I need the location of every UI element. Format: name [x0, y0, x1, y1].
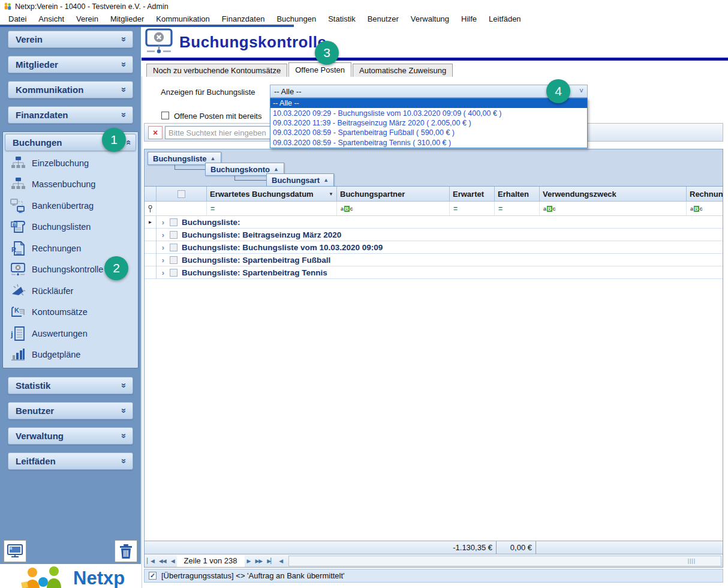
sidebar-item-bankenuebertrag[interactable]: Bankenübertrag	[4, 195, 137, 217]
menu-kommunikation[interactable]: Kommunikation	[150, 14, 216, 23]
sidebar-item-label: Kontoumsätze	[32, 307, 88, 317]
fast-prev-button[interactable]: ◀◀	[157, 558, 169, 564]
table-row[interactable]: › Buchungsliste: Spartenbeitrag Fußball	[145, 254, 723, 266]
buchungslisten-icon: B	[9, 219, 27, 235]
first-row-button[interactable]: ▏◀	[145, 558, 157, 564]
filter-active-checkbox[interactable]: ✓	[149, 572, 157, 580]
sidebar-item-massenbuchung[interactable]: Massenbuchung	[4, 174, 137, 196]
sidebar-item-budgetplaene[interactable]: Budgetpläne	[4, 344, 137, 366]
expand-row-icon[interactable]: ›	[157, 230, 170, 239]
filter-cell-rechnung[interactable]: aBc	[687, 202, 723, 215]
menu-statistik[interactable]: Statistik	[322, 14, 362, 23]
filter-cell-datum[interactable]: =	[207, 202, 337, 215]
sidebar-item-einzelbuchung[interactable]: Einzelbuchung	[4, 152, 137, 174]
app-window: Netxp:Verein - 10400 - Testverein e.V. -…	[0, 0, 728, 588]
table-row[interactable]: › Buchungsliste: Spartenbeitrag Tennis	[145, 266, 723, 279]
group-label: Buchungskonto	[210, 165, 270, 174]
chevron-down-icon: »	[119, 62, 129, 67]
sidebar-section-finanzdaten[interactable]: Finanzdaten »	[8, 106, 133, 124]
filter-cell-verwendungszweck[interactable]: aBc	[540, 202, 687, 215]
sidebar-item-auswertungen[interactable]: j Auswertungen	[4, 323, 137, 344]
column-header-erwartetes-buchungsdatum[interactable]: Erwartetes Buchungsdatum ▼	[207, 187, 337, 201]
sidebar-expanded-panel: Buchungen » Einzelbuchung Massenbuchung …	[2, 131, 139, 368]
filter-cell-erwartet[interactable]: =	[450, 202, 495, 215]
sidebar-section-kommunikation[interactable]: Kommunikation »	[8, 81, 133, 98]
monitor-button[interactable]: B	[4, 540, 26, 562]
sort-asc-icon: ▲	[273, 166, 279, 172]
menu-leitfaeden[interactable]: Leitfäden	[483, 14, 527, 23]
buchungsliste-dropdown-list: -- Alle -- 10.03.2020 09:29 - Buchungsli…	[270, 98, 588, 148]
menu-mitglieder[interactable]: Mitglieder	[104, 14, 150, 23]
buchungsliste-combobox[interactable]: -- Alle -- ˅	[270, 85, 588, 98]
column-header-rechnung[interactable]: Rechnung	[687, 187, 723, 201]
menu-verwaltung[interactable]: Verwaltung	[405, 14, 455, 23]
hscroll-left-button[interactable]: ◀	[276, 558, 285, 564]
window-title: Netxp:Verein - 10400 - Testverein e.V. -…	[15, 2, 169, 11]
menu-ansicht[interactable]: Ansicht	[32, 14, 70, 23]
prev-row-button[interactable]: ◀	[169, 558, 177, 564]
sidebar-item-buchungslisten[interactable]: B Buchungslisten	[4, 217, 137, 238]
dropdown-option[interactable]: 09.03.2020 08:59 - Spartenbeitrag Tennis…	[270, 138, 587, 148]
group-row-label: Buchungsliste: Spartenbeitrag Tennis	[182, 268, 327, 277]
header-select-all-cell[interactable]	[157, 187, 207, 201]
menu-hilfe[interactable]: Hilfe	[455, 14, 483, 23]
row-checkbox[interactable]	[170, 218, 178, 226]
table-row[interactable]: › Buchungsliste: Buchungsliste vom 10.03…	[145, 241, 723, 254]
filter-cell-erhalten[interactable]: =	[495, 202, 540, 215]
tab-automatische-zuweisung[interactable]: Automatische Zuweisung	[353, 64, 453, 77]
menu-datei[interactable]: Datei	[2, 14, 32, 23]
table-row[interactable]: › Buchungsliste: Beitragseinzug März 202…	[145, 229, 723, 241]
sidebar-item-kontoumsaetze[interactable]: K Kontoumsätze	[4, 302, 137, 323]
column-header-erhalten[interactable]: Erhalten	[495, 187, 540, 201]
tab-offene-posten[interactable]: Offene Posten	[288, 62, 351, 77]
row-checkbox[interactable]	[170, 244, 178, 251]
sidebar-item-ruecklaeufer[interactable]: Rückläufer	[4, 280, 137, 302]
dropdown-option[interactable]: 09.03.2020 11:39 - Beitragseinzug März 2…	[270, 118, 587, 128]
column-header-buchungspartner[interactable]: Buchungspartner	[337, 187, 450, 201]
group-button-buchungsart[interactable]: Buchungsart ▲	[266, 173, 334, 187]
svg-text:B: B	[10, 547, 13, 550]
filter-cell-partner[interactable]: aBc	[337, 202, 450, 215]
fast-next-button[interactable]: ▶▶	[252, 558, 264, 564]
column-header-erwartet[interactable]: Erwartet	[450, 187, 495, 201]
last-row-button[interactable]: ▶▏	[264, 558, 276, 564]
dropdown-option-alle[interactable]: -- Alle --	[270, 98, 587, 108]
check-icon: ✓	[150, 572, 155, 579]
row-checkbox[interactable]	[170, 269, 178, 277]
sidebar-item-label: Bankenübertrag	[32, 201, 94, 211]
current-row-indicator: ►	[145, 216, 157, 229]
clear-search-button[interactable]: ×	[148, 126, 163, 139]
filter-cell[interactable]	[157, 202, 207, 215]
trash-button[interactable]	[115, 540, 137, 562]
row-indicator	[145, 229, 157, 241]
sidebar-section-verein[interactable]: Verein »	[8, 31, 133, 48]
expand-row-icon[interactable]: ›	[157, 218, 170, 227]
horizontal-scrollbar[interactable]: ||||	[288, 556, 721, 566]
select-all-checkbox[interactable]	[178, 190, 185, 198]
next-row-button[interactable]: ▶	[245, 558, 253, 564]
menu-verein[interactable]: Verein	[70, 14, 104, 23]
scrollbar-grip-icon[interactable]: ||||	[688, 558, 696, 564]
expand-row-icon[interactable]: ›	[157, 243, 170, 252]
search-input[interactable]	[165, 126, 274, 139]
dropdown-option[interactable]: 10.03.2020 09:29 - Buchungsliste vom 10.…	[270, 108, 587, 118]
step-badge-1: 1	[102, 128, 126, 152]
sidebar-item-label: Rückläufer	[32, 286, 73, 296]
menu-finanzdaten[interactable]: Finanzdaten	[216, 14, 271, 23]
column-header-verwendungszweck[interactable]: Verwendungszweck	[540, 187, 687, 201]
row-checkbox[interactable]	[170, 256, 178, 264]
expand-row-icon[interactable]: ›	[157, 268, 170, 277]
row-checkbox[interactable]	[170, 231, 178, 239]
menu-benutzer[interactable]: Benutzer	[362, 14, 405, 23]
dropdown-option[interactable]: 09.03.2020 08:59 - Spartenbeitrag Fußbal…	[270, 128, 587, 137]
sidebar-section-mitglieder[interactable]: Mitglieder »	[8, 56, 133, 73]
sidebar-section-verwaltung[interactable]: Verwaltung »	[8, 427, 133, 445]
expand-row-icon[interactable]: ›	[157, 256, 170, 265]
table-row[interactable]: ► › Buchungsliste:	[145, 216, 723, 229]
sidebar-section-benutzer[interactable]: Benutzer »	[8, 402, 133, 419]
sidebar-section-statistik[interactable]: Statistik »	[8, 377, 133, 394]
menu-buchungen[interactable]: Buchungen	[270, 14, 322, 23]
offene-posten-checkbox[interactable]	[161, 112, 169, 119]
tab-noch-zu-verbuchende-kontoumsaetze[interactable]: Noch zu verbuchende Kontoumsätze	[146, 64, 287, 77]
sidebar-section-leitfaeden[interactable]: Leitfäden »	[8, 452, 133, 470]
